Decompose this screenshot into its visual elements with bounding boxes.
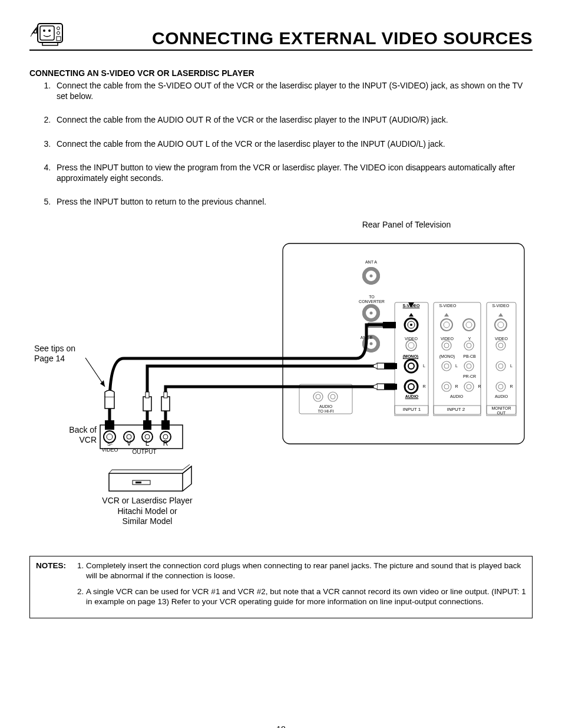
tv-icon bbox=[29, 18, 66, 48]
svg-rect-83 bbox=[135, 482, 141, 483]
svg-point-70 bbox=[107, 434, 113, 440]
svg-rect-66 bbox=[383, 322, 396, 328]
vcr-player-label: VCR or Laserdisc Player bbox=[100, 496, 194, 506]
svg-line-80 bbox=[109, 470, 112, 473]
notes-list: Completely insert the connection cord pl… bbox=[73, 561, 526, 613]
diagram-svg bbox=[29, 220, 533, 538]
note-item: Completely insert the connection cord pl… bbox=[86, 561, 526, 581]
svg-point-76 bbox=[163, 434, 168, 439]
svg-point-20 bbox=[328, 392, 338, 401]
svg-rect-92 bbox=[164, 392, 167, 398]
mono2-label: (MONO) bbox=[438, 354, 456, 359]
svg-rect-1 bbox=[40, 26, 54, 40]
svg-point-63 bbox=[498, 364, 503, 368]
svg-point-3 bbox=[48, 29, 51, 32]
svg-point-18 bbox=[313, 392, 323, 401]
video3-label: VIDEO bbox=[492, 337, 510, 341]
r1-label: R bbox=[421, 384, 427, 389]
svg-point-62 bbox=[496, 361, 505, 371]
svg-point-14 bbox=[370, 312, 373, 315]
svg-point-51 bbox=[442, 382, 451, 391]
svg-point-21 bbox=[330, 394, 335, 399]
page-header: Connecting External Video Sources bbox=[29, 18, 533, 51]
svg-rect-88 bbox=[143, 420, 151, 430]
page-title: Connecting External Video Sources bbox=[152, 28, 533, 48]
l1-label: L bbox=[421, 364, 427, 368]
svg-point-30 bbox=[406, 340, 416, 351]
l-label: L bbox=[144, 440, 150, 447]
svg-point-49 bbox=[464, 361, 474, 371]
svg-point-44 bbox=[444, 343, 449, 348]
svideo-out-label: S-VIDEO bbox=[100, 442, 120, 453]
svg-point-61 bbox=[498, 343, 503, 348]
svg-point-41 bbox=[466, 322, 472, 328]
svg-point-48 bbox=[444, 364, 449, 368]
r3-label: R bbox=[508, 384, 514, 389]
svg-point-4 bbox=[57, 27, 60, 30]
svg-point-74 bbox=[145, 434, 150, 439]
svg-point-17 bbox=[370, 342, 373, 345]
step-item: Press the INPUT button to view the progr… bbox=[53, 162, 533, 183]
svg-point-53 bbox=[464, 382, 474, 391]
svideo1-label: S-VIDEO bbox=[401, 304, 422, 308]
svideo2-label: S-VIDEO bbox=[437, 304, 458, 308]
audio3-label: AUDIO bbox=[492, 394, 510, 399]
anta-label: ANT A bbox=[359, 260, 383, 265]
instruction-steps: Connect the cable from the S-VIDEO OUT o… bbox=[29, 80, 533, 207]
hitachi-label: Hitachi Model or Similar Model bbox=[100, 506, 194, 526]
svg-marker-42 bbox=[444, 313, 449, 317]
svg-marker-29 bbox=[409, 313, 414, 317]
svg-point-19 bbox=[316, 394, 320, 399]
svg-point-52 bbox=[444, 384, 449, 389]
step-item: Connect the cable from the S-VIDEO OUT o… bbox=[53, 80, 533, 101]
video2-label: VIDEO bbox=[438, 337, 456, 341]
svg-point-54 bbox=[467, 384, 471, 389]
svideo3-label: S-VIDEO bbox=[490, 304, 511, 308]
svg-point-64 bbox=[496, 382, 505, 391]
r-label: R bbox=[163, 440, 168, 447]
step-item: Press the INPUT button to return to the … bbox=[53, 196, 533, 207]
audio2-label: AUDIO bbox=[448, 394, 465, 399]
pbcb-label: PB-CB bbox=[462, 354, 477, 359]
l2-label: L bbox=[454, 364, 459, 368]
svg-point-57 bbox=[495, 319, 507, 331]
page-content: Connecting External Video Sources CONNEC… bbox=[0, 0, 562, 728]
page-number: 18 bbox=[29, 724, 533, 728]
svg-point-50 bbox=[467, 364, 471, 368]
mono1-label: (MONO) bbox=[400, 354, 421, 359]
svg-point-65 bbox=[498, 384, 503, 389]
notes-label: NOTES: bbox=[36, 561, 73, 613]
input2-label: INPUT 2 bbox=[442, 407, 470, 413]
svg-point-33 bbox=[408, 363, 414, 369]
svg-rect-86 bbox=[143, 397, 151, 411]
to-conv-label: TO CONVERTER bbox=[358, 295, 385, 304]
see-tips-label: See tips on Page 14 bbox=[34, 344, 75, 364]
y-label: Y bbox=[465, 337, 474, 341]
svg-point-35 bbox=[408, 384, 414, 390]
output-label: OUTPUT bbox=[130, 449, 159, 455]
svg-point-39 bbox=[444, 322, 449, 328]
r2-label: R bbox=[454, 384, 459, 389]
section-subheading: CONNECTING AN S-VIDEO VCR OR LASERDISC P… bbox=[29, 68, 533, 78]
note-item: A single VCR can be used for VCR #1 and … bbox=[86, 587, 526, 607]
svg-point-32 bbox=[405, 360, 418, 373]
prcr-label: PR-CR bbox=[462, 374, 477, 379]
svg-rect-91 bbox=[161, 397, 170, 411]
svg-point-58 bbox=[498, 322, 504, 328]
audio-hifi-label: AUDIO TO HI-FI bbox=[314, 404, 338, 413]
svg-rect-85 bbox=[105, 420, 114, 430]
svg-marker-59 bbox=[498, 313, 503, 317]
svg-rect-84 bbox=[105, 397, 114, 409]
v-label: V bbox=[126, 440, 132, 447]
audio1-label: AUDIO bbox=[403, 394, 421, 399]
connection-diagram: Rear Panel of Television bbox=[29, 220, 533, 538]
back-of-vcr-label: Back of VCR bbox=[58, 425, 97, 445]
svg-rect-7 bbox=[42, 42, 58, 45]
svg-point-47 bbox=[442, 361, 451, 371]
svg-point-60 bbox=[496, 341, 505, 350]
svg-point-5 bbox=[57, 32, 60, 35]
notes-box: NOTES: Completely insert the connection … bbox=[29, 556, 533, 618]
svg-point-40 bbox=[463, 319, 475, 331]
svg-rect-87 bbox=[146, 392, 149, 398]
svg-point-27 bbox=[410, 324, 412, 326]
